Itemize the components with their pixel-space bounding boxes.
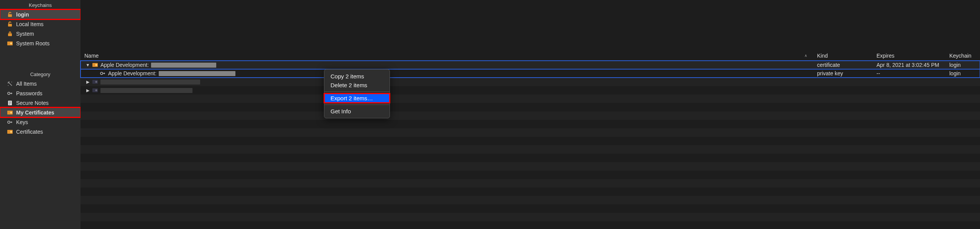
sidebar: Keychains login Local Items System Syste… bbox=[0, 0, 81, 229]
sort-indicator-icon: ∧ bbox=[804, 53, 807, 58]
category-passwords-label: Passwords bbox=[16, 90, 42, 96]
category-keys[interactable]: Keys bbox=[0, 117, 81, 127]
key-icon bbox=[100, 70, 106, 76]
table-row bbox=[81, 95, 980, 103]
category-secure-notes-label: Secure Notes bbox=[16, 100, 49, 106]
certificate-icon bbox=[7, 110, 13, 116]
table-row[interactable]: Apple Development: private key -- login bbox=[81, 69, 980, 78]
keychain-system-label: System bbox=[16, 31, 34, 37]
table-row bbox=[81, 137, 980, 145]
table-row[interactable]: ▶ bbox=[81, 78, 980, 86]
certificate-icon bbox=[7, 129, 13, 135]
ctx-get-info[interactable]: Get Info bbox=[324, 107, 390, 116]
table-row bbox=[81, 188, 980, 196]
ctx-copy[interactable]: Copy 2 items bbox=[324, 72, 390, 81]
table-row bbox=[81, 162, 980, 171]
key-icon bbox=[7, 90, 13, 96]
svg-point-5 bbox=[10, 111, 12, 113]
unlock-icon bbox=[7, 12, 13, 18]
row-kind: certificate bbox=[813, 62, 873, 68]
key-icon bbox=[7, 119, 13, 125]
category-header: Category bbox=[0, 69, 81, 79]
context-menu: Copy 2 items Delete 2 items Export 2 ite… bbox=[324, 69, 390, 118]
table-row bbox=[81, 128, 980, 137]
keychain-local-items[interactable]: Local Items bbox=[0, 19, 81, 29]
redacted-text bbox=[100, 80, 200, 85]
table-row[interactable]: ▶ bbox=[81, 86, 980, 95]
disclosure-triangle-icon[interactable]: ▼ bbox=[86, 63, 90, 67]
disclosure-triangle-icon[interactable]: ▶ bbox=[86, 80, 90, 85]
redacted-text bbox=[159, 71, 235, 76]
lock-icon bbox=[7, 31, 13, 37]
ctx-separator bbox=[324, 105, 390, 105]
keychain-local-items-label: Local Items bbox=[16, 21, 44, 27]
table-row bbox=[81, 154, 980, 162]
table-row bbox=[81, 171, 980, 179]
svg-point-8 bbox=[10, 131, 12, 133]
keychain-system[interactable]: System bbox=[0, 29, 81, 38]
ctx-delete[interactable]: Delete 2 items bbox=[324, 81, 390, 90]
column-kind[interactable]: Kind bbox=[813, 53, 873, 59]
category-my-certificates-label: My Certificates bbox=[16, 110, 54, 116]
certificate-icon bbox=[92, 87, 98, 93]
category-all-items[interactable]: All Items bbox=[0, 79, 81, 88]
main-panel: Name ∧ Kind Expires Keychain ▼ Apple Dev… bbox=[81, 0, 980, 229]
svg-point-6 bbox=[8, 121, 10, 123]
column-expires[interactable]: Expires bbox=[873, 53, 945, 59]
category-my-certificates[interactable]: My Certificates bbox=[0, 108, 81, 117]
table-row bbox=[81, 103, 980, 111]
row-keychain: login bbox=[945, 62, 980, 68]
row-name: Apple Development: bbox=[108, 70, 156, 76]
row-kind: private key bbox=[813, 70, 873, 76]
table-row bbox=[81, 111, 980, 120]
table-row bbox=[81, 204, 980, 213]
category-all-items-label: All Items bbox=[16, 81, 37, 87]
sidebar-spacer bbox=[0, 48, 81, 69]
keychain-access-window: Keychains login Local Items System Syste… bbox=[0, 0, 980, 229]
table-header: Name ∧ Kind Expires Keychain bbox=[81, 51, 980, 61]
row-keychain: login bbox=[945, 70, 980, 76]
row-name: Apple Development: bbox=[100, 62, 149, 68]
column-keychain[interactable]: Keychain bbox=[945, 53, 980, 59]
keychain-login[interactable]: login bbox=[0, 10, 81, 19]
row-expires: -- bbox=[873, 70, 945, 76]
keychains-header: Keychains bbox=[0, 0, 81, 10]
svg-point-1 bbox=[10, 42, 12, 44]
table-row bbox=[81, 196, 980, 204]
table-body: ▼ Apple Development: certificate Apr 8, … bbox=[81, 61, 980, 221]
note-icon bbox=[7, 100, 13, 106]
ctx-export[interactable]: Export 2 items… bbox=[324, 94, 390, 103]
keychain-system-roots[interactable]: System Roots bbox=[0, 38, 81, 48]
category-passwords[interactable]: Passwords bbox=[0, 88, 81, 98]
keychain-system-roots-label: System Roots bbox=[16, 40, 49, 46]
svg-point-13 bbox=[95, 81, 97, 83]
table-row bbox=[81, 179, 980, 188]
svg-point-11 bbox=[100, 72, 103, 75]
svg-point-2 bbox=[8, 92, 10, 95]
redacted-text bbox=[151, 63, 216, 68]
category-keys-label: Keys bbox=[16, 119, 28, 125]
ctx-separator bbox=[324, 91, 390, 92]
table-row[interactable]: ▼ Apple Development: certificate Apr 8, … bbox=[81, 61, 980, 69]
column-name[interactable]: Name ∧ bbox=[81, 53, 813, 59]
column-name-label: Name bbox=[84, 53, 99, 59]
table-row bbox=[81, 145, 980, 154]
category-certificates[interactable]: Certificates bbox=[0, 127, 81, 136]
category-secure-notes[interactable]: Secure Notes bbox=[0, 98, 81, 108]
category-certificates-label: Certificates bbox=[16, 129, 43, 135]
certificate-icon bbox=[92, 62, 98, 68]
keychain-login-label: login bbox=[16, 12, 29, 18]
certificate-icon bbox=[7, 40, 13, 46]
svg-point-15 bbox=[95, 90, 97, 91]
svg-point-10 bbox=[95, 64, 97, 66]
redacted-text bbox=[100, 88, 192, 93]
table-row bbox=[81, 120, 980, 128]
row-expires: Apr 8, 2021 at 3:02:45 PM bbox=[873, 62, 945, 68]
table-row bbox=[81, 213, 980, 221]
certificate-icon bbox=[92, 79, 98, 85]
unlock-icon bbox=[7, 21, 13, 27]
disclosure-triangle-icon[interactable]: ▶ bbox=[86, 88, 90, 93]
wand-icon bbox=[7, 81, 13, 87]
